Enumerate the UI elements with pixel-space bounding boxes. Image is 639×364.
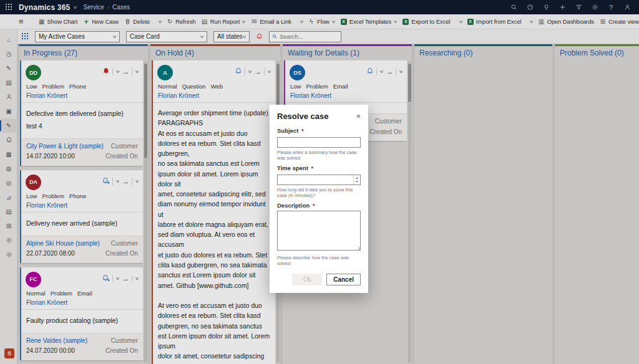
dialog-fields: Subject *Please enter a summary how the … — [277, 127, 361, 266]
close-icon[interactable]: × — [356, 112, 361, 120]
dialog-title: Resolve case — [277, 112, 328, 121]
subject-helper-text: Please enter a summary how the case was … — [277, 150, 361, 161]
subject-field[interactable] — [277, 137, 361, 148]
description-field-wrap — [277, 211, 361, 253]
required-asterisk: * — [311, 202, 315, 209]
number-spinner[interactable]: ▲▼ — [353, 174, 360, 184]
description-helper-text: Please describe how the case was solved — [277, 255, 361, 266]
cancel-button[interactable]: Cancel — [326, 274, 361, 285]
required-asterisk: * — [310, 165, 313, 171]
spinner-down-icon[interactable]: ▼ — [356, 180, 359, 183]
dialog-header: Resolve case × — [277, 112, 361, 121]
description-field[interactable] — [277, 211, 361, 251]
dialog-buttons: Ok Cancel — [277, 274, 361, 285]
resolve-case-dialog: Resolve case × Subject *Please enter a s… — [270, 105, 368, 293]
ok-button[interactable]: Ok — [292, 274, 322, 285]
time-spent-field-wrap: ▲▼ — [277, 173, 361, 185]
required-asterisk: * — [300, 127, 303, 134]
time-spent-field[interactable] — [277, 175, 361, 185]
subject-label: Subject * — [277, 127, 361, 134]
time-spent-label: Time spent * — [277, 165, 361, 171]
time-spent-helper-text: How long did it take you to solve this c… — [277, 187, 361, 198]
app-window: Dynamics 365 ∨ Service › Cases ? ≡ ▦Show… — [0, 0, 639, 364]
description-label: Description * — [277, 202, 361, 209]
